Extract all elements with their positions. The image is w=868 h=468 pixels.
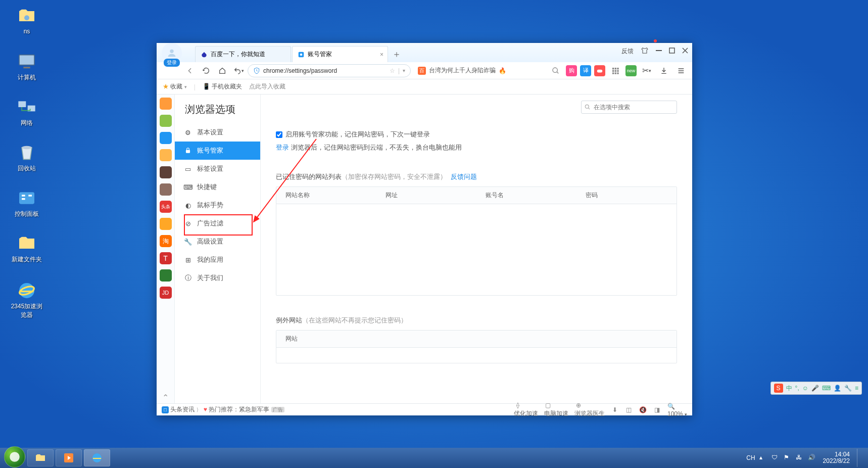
shop-icon[interactable]: 购: [566, 65, 577, 76]
mute-icon[interactable]: 🔇: [639, 406, 647, 414]
pc-speedup-button[interactable]: ▢电脑加速: [544, 401, 568, 418]
svg-rect-25: [612, 72, 614, 74]
side-app2-icon[interactable]: [160, 166, 172, 178]
feedback-link[interactable]: 反馈: [621, 47, 634, 56]
new-tab-button[interactable]: ＋: [389, 46, 404, 62]
side-toutiao-icon[interactable]: 头条: [160, 201, 172, 213]
nav-shortcut[interactable]: ⌨快捷键: [175, 178, 260, 196]
side-expand-icon[interactable]: ⌃: [160, 391, 172, 403]
zoom-display[interactable]: 🔍 100% ▾: [667, 402, 687, 417]
tab-password[interactable]: 账号管家 ×: [292, 46, 388, 62]
tray-volume-icon[interactable]: 🔊: [808, 454, 816, 462]
nav-apps[interactable]: ⊞我的应用: [175, 251, 260, 269]
menu-icon[interactable]: [674, 64, 688, 78]
mobile-fav-button[interactable]: 📱 手机收藏夹: [203, 82, 242, 91]
news-snippet[interactable]: 百 台湾为何上千人身陷诈骗 🔥: [413, 66, 550, 75]
close-button[interactable]: [682, 48, 688, 55]
minimize-button[interactable]: [656, 48, 662, 55]
news-button[interactable]: □ 头条资讯 ⟩: [162, 405, 199, 414]
start-button[interactable]: [4, 446, 25, 467]
nav-tabs[interactable]: ▭标签设置: [175, 160, 260, 178]
tray-flag-icon[interactable]: ⚑: [784, 454, 792, 462]
search-icon[interactable]: [552, 67, 560, 75]
tray-network-icon[interactable]: 🖧: [796, 454, 804, 462]
ime-punct-icon[interactable]: °,: [795, 385, 799, 392]
ime-settings-icon[interactable]: ≡: [855, 385, 858, 392]
taskbar-media[interactable]: [56, 449, 82, 466]
ime-face-icon[interactable]: ☺: [802, 385, 808, 392]
feedback-link[interactable]: 反馈问题: [451, 173, 477, 180]
download-status-icon[interactable]: ⬇: [611, 406, 619, 414]
clock[interactable]: 14:04 2022/8/22: [823, 451, 850, 464]
undo-button[interactable]: ▾: [231, 64, 246, 78]
side-jd-icon[interactable]: JD: [160, 287, 172, 299]
scissors-icon[interactable]: ✂▾: [640, 64, 654, 78]
taskbar-explorer[interactable]: [27, 449, 54, 466]
desktop-icon-computer[interactable]: 计算机: [9, 52, 44, 82]
hot-news[interactable]: ♥ 热门推荐：紧急新军事 广告: [204, 405, 284, 414]
svg-rect-2: [23, 67, 30, 68]
side-fav-icon[interactable]: [160, 98, 172, 110]
maximize-button[interactable]: [669, 48, 675, 55]
side-word-icon[interactable]: [160, 132, 172, 144]
login-button[interactable]: 登录: [164, 59, 180, 67]
ime-mic-icon[interactable]: 🎤: [811, 385, 819, 392]
ime-user-icon[interactable]: 👤: [834, 385, 841, 392]
enable-checkbox[interactable]: [276, 131, 282, 138]
net-status-icon[interactable]: ◫: [625, 406, 633, 414]
translate-icon[interactable]: 译: [580, 65, 591, 76]
side-tmall-icon[interactable]: T: [160, 252, 172, 264]
taskbar-browser[interactable]: [84, 449, 110, 466]
skin-icon[interactable]: [641, 46, 649, 56]
ime-tool-icon[interactable]: 🔧: [844, 385, 852, 392]
desktop-icon-recycle[interactable]: 回收站: [9, 143, 44, 173]
game-icon[interactable]: [594, 65, 605, 76]
side-weibo-icon[interactable]: [160, 218, 172, 230]
favorites-button[interactable]: ★ 收藏 ▾: [163, 82, 187, 91]
svg-rect-9: [28, 195, 32, 196]
side-app3-icon[interactable]: [160, 183, 172, 196]
grid-icon[interactable]: [608, 64, 622, 78]
tray-shield-icon[interactable]: 🛡: [771, 454, 780, 462]
login-link[interactable]: 登录: [276, 144, 289, 151]
reload-button[interactable]: [199, 64, 213, 78]
search-input[interactable]: [581, 101, 677, 114]
side-taobao-icon[interactable]: 淘: [160, 235, 172, 247]
chevron-down-icon[interactable]: ▾: [403, 68, 405, 73]
desktop-icon-2345[interactable]: 2345加速浏览器: [9, 280, 44, 319]
nav-about[interactable]: ⓘ关于我们: [175, 269, 260, 287]
new-badge-icon[interactable]: new: [625, 65, 637, 76]
ime-keyboard-icon[interactable]: ⌨: [822, 385, 831, 392]
desktop-icon-newfolder[interactable]: 新建文件夹: [9, 233, 44, 264]
address-bar[interactable]: chrome://settings/password ☆ | ▾: [248, 64, 411, 77]
settings-search[interactable]: [581, 101, 677, 114]
side-iqiyi-icon[interactable]: [160, 269, 172, 282]
star-icon[interactable]: ☆: [390, 67, 395, 74]
tray-chevron-icon[interactable]: ▴: [759, 454, 767, 462]
back-button[interactable]: [183, 64, 197, 78]
nav-advanced[interactable]: 🔧高级设置: [175, 232, 260, 251]
doctor-button[interactable]: ⊕浏览器医生: [574, 401, 605, 418]
ime-logo-icon[interactable]: S: [774, 384, 783, 393]
split-icon[interactable]: ◨: [653, 406, 661, 414]
tray-lang[interactable]: CH: [746, 454, 755, 461]
optimize-button[interactable]: ⟠优化加速: [514, 401, 538, 418]
ime-toolbar[interactable]: S 中 °, ☺ 🎤 ⌨ 👤 🔧 ≡: [770, 382, 862, 395]
close-icon[interactable]: ×: [380, 51, 383, 58]
nav-mouse[interactable]: ◐鼠标手势: [175, 196, 260, 214]
tab-baidu[interactable]: 百度一下，你就知道: [195, 46, 291, 62]
home-button[interactable]: [215, 64, 229, 78]
desktop-icon-network[interactable]: 网络: [9, 97, 44, 127]
desktop-icon-control[interactable]: 控制面板: [9, 188, 44, 218]
ime-lang[interactable]: 中: [786, 384, 792, 393]
download-icon[interactable]: [657, 64, 671, 78]
nav-adblock[interactable]: ⊘广告过滤: [175, 214, 260, 232]
side-app1-icon[interactable]: [160, 149, 172, 161]
nav-password[interactable]: 账号管家: [175, 142, 260, 160]
show-desktop-button[interactable]: [857, 449, 864, 467]
side-history-icon[interactable]: [160, 115, 172, 127]
nav-basic[interactable]: ⚙基本设置: [175, 123, 260, 142]
import-fav-button[interactable]: 点此导入收藏: [249, 82, 285, 91]
status-bar: □ 头条资讯 ⟩ ♥ 热门推荐：紧急新军事 广告 ⟠优化加速 ▢电脑加速 ⊕浏览…: [157, 403, 692, 415]
desktop-icon-ns[interactable]: ns: [9, 6, 44, 35]
